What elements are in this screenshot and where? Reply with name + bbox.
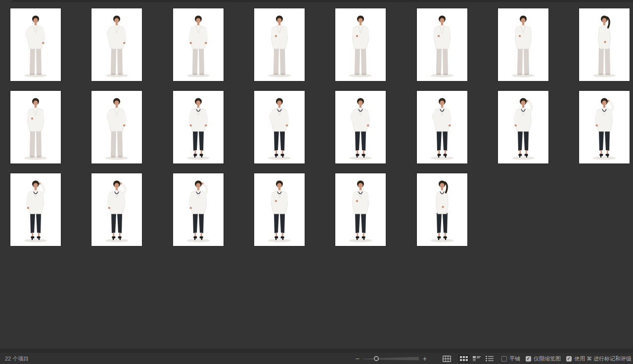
photo-thumbnail[interactable] [335,8,386,81]
photo-thumbnail[interactable] [173,8,224,81]
model-photo [254,8,305,81]
model-photo [579,91,630,163]
photo-thumbnail[interactable] [254,91,305,163]
photo-thumbnail[interactable] [254,8,305,81]
list-view-button[interactable] [484,355,495,363]
photo-thumbnail[interactable] [417,8,467,81]
statusbar-divider [0,349,633,353]
photo-thumbnail[interactable] [91,173,142,246]
checkbox-box: ✓ [566,356,572,362]
model-photo [173,173,224,246]
model-photo [91,91,142,163]
model-photo [10,173,61,246]
grid-view-button[interactable] [441,355,452,363]
checkbox-label: 使用 ⌘ 进行标记和评级 [574,355,632,363]
checkbox-thumbnails-only[interactable]: ✓ 仅限缩览图 [526,355,561,363]
checkbox-flat-view[interactable]: 平铺 [501,355,520,363]
details-rows-icon [473,356,481,362]
status-bar: 22 个项目 − + [0,353,633,364]
slider-knob [374,357,378,361]
statusbar-controls: − + [354,353,632,364]
model-photo [10,91,61,163]
model-photo [10,8,61,81]
photo-thumbnail[interactable] [10,8,61,81]
photo-thumbnail[interactable] [10,91,61,163]
model-photo [91,173,142,246]
model-photo [335,173,386,246]
model-photo [254,91,305,163]
photo-thumbnail[interactable] [498,8,548,81]
model-photo [417,173,467,246]
photo-thumbnail[interactable] [335,91,386,163]
photo-thumbnail[interactable] [91,8,142,81]
model-photo [417,8,467,81]
photo-thumbnail[interactable] [10,173,61,246]
checkbox-box [501,356,507,362]
model-photo [498,8,548,81]
item-count: 22 个项目 [5,353,29,364]
model-photo [335,91,386,163]
thumbnail-size-slider[interactable] [362,355,420,363]
photo-thumbnail[interactable] [417,173,467,246]
model-photo [173,8,224,81]
zoom-out-button[interactable]: − [354,355,361,362]
thumbnail-grid-icon [460,356,468,362]
thumbnail-grid [0,0,633,349]
model-photo [254,173,305,246]
model-photo [173,91,224,163]
photo-thumbnail[interactable] [254,173,305,246]
photo-thumbnail[interactable] [579,8,630,81]
checkbox-label: 仅限缩览图 [534,355,561,363]
grid-outline-icon [443,356,451,362]
checkbox-cmd-rating[interactable]: ✓ 使用 ⌘ 进行标记和评级 [566,355,632,363]
photo-thumbnail[interactable] [335,173,386,246]
photo-thumbnail[interactable] [173,173,224,246]
details-view-button[interactable] [471,355,482,363]
photo-thumbnail[interactable] [91,91,142,163]
zoom-in-button[interactable]: + [421,355,428,362]
checkbox-label: 平铺 [509,355,520,363]
photo-thumbnail[interactable] [498,91,548,163]
thumbnail-view-button[interactable] [458,355,469,363]
list-rows-icon [486,356,494,362]
model-photo [91,8,142,81]
checkbox-box: ✓ [526,356,531,362]
model-photo [417,91,467,163]
model-photo [335,8,386,81]
photo-thumbnail[interactable] [579,91,630,163]
photo-thumbnail[interactable] [173,91,224,163]
model-photo [579,8,630,81]
model-photo [498,91,548,163]
photo-thumbnail[interactable] [417,91,467,163]
